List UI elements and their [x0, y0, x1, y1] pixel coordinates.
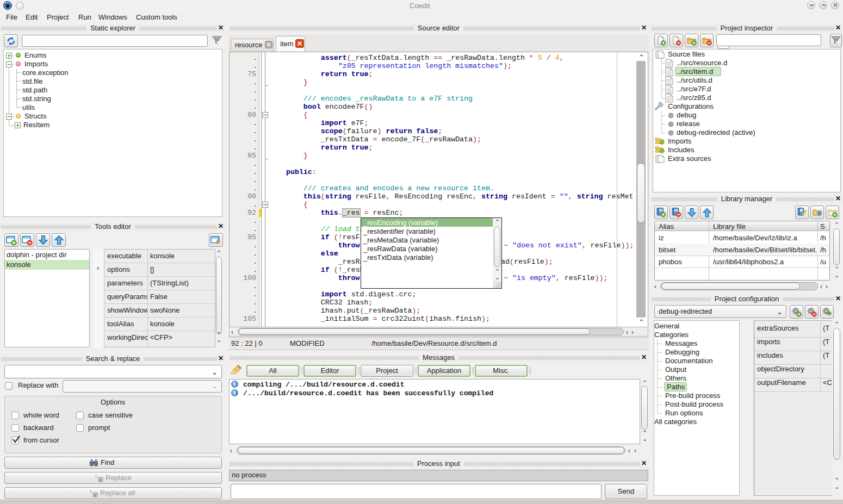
svg-text:b: b — [95, 474, 97, 479]
svg-text:a: a — [94, 493, 96, 497]
svg-text:b: b — [90, 489, 92, 494]
svg-text:a: a — [100, 478, 102, 482]
